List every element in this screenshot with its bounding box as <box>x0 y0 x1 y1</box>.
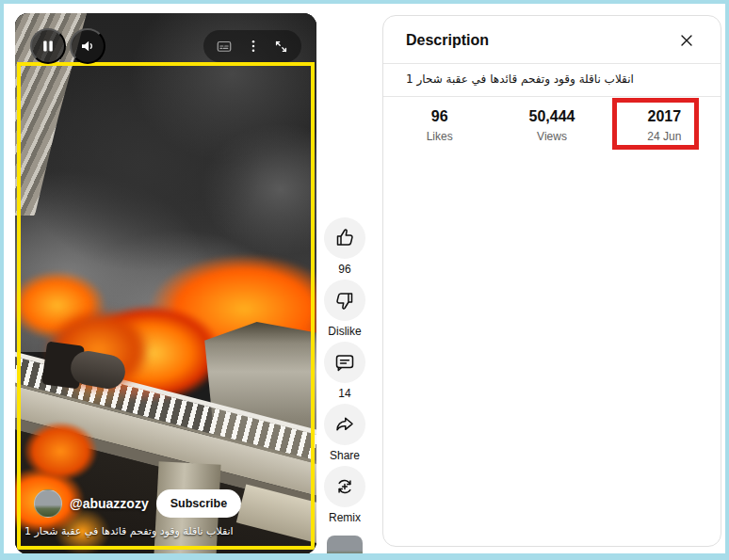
description-panel: Description انقلاب ناقلة وقود وتفحم قائد… <box>382 15 721 547</box>
like-group: 96 <box>324 217 365 280</box>
captions-button[interactable] <box>216 38 233 55</box>
captions-icon <box>216 38 233 55</box>
action-rail: 96 Dislike 14 <box>320 217 369 560</box>
likes-label: Likes <box>383 130 495 143</box>
views-value: 50,444 <box>495 108 608 125</box>
expand-arrows-icon <box>273 39 289 55</box>
thumbs-up-icon <box>333 227 356 249</box>
kebab-menu-icon <box>246 38 261 55</box>
remix-label: Remix <box>329 510 361 525</box>
comment-bubble-icon <box>333 351 356 374</box>
volume-button[interactable] <box>70 28 105 64</box>
share-button[interactable] <box>324 404 365 445</box>
player-options-pill <box>203 30 301 62</box>
video-title-overlay: انقلاب ناقلة وقود وتفحم قائدها في عقبة ش… <box>24 525 234 537</box>
share-arrow-icon <box>333 413 356 436</box>
thumbs-down-icon <box>333 289 356 312</box>
burning-tanker-truck <box>39 327 133 394</box>
share-group: Share <box>324 404 365 466</box>
upload-year-value: 2017 <box>608 108 721 125</box>
pause-button[interactable] <box>30 28 66 64</box>
close-button[interactable] <box>675 29 698 52</box>
pause-icon <box>40 39 56 54</box>
channel-row: @abuazzozy Subscribe <box>34 489 241 518</box>
description-title: Description <box>406 32 489 49</box>
likes-value: 96 <box>383 108 495 125</box>
expand-button[interactable] <box>273 39 289 55</box>
share-label: Share <box>330 448 360 463</box>
close-icon <box>677 31 696 50</box>
dislike-button[interactable] <box>324 280 365 321</box>
dislike-label: Dislike <box>328 324 361 339</box>
channel-avatar[interactable] <box>34 489 62 518</box>
video-description-text: انقلاب ناقلة وقود وتفحم قائدها في عقبة ش… <box>383 64 721 97</box>
player-controls <box>15 13 316 79</box>
more-options-button[interactable] <box>246 38 261 55</box>
comments-button[interactable] <box>324 342 365 383</box>
comments-group: 14 <box>324 342 365 404</box>
subscribe-button[interactable]: Subscribe <box>156 489 241 518</box>
next-video-thumbnail[interactable] <box>327 536 363 560</box>
like-count: 96 <box>338 262 350 277</box>
stat-likes: 96 Likes <box>383 108 495 143</box>
browser-screenshot-frame: @abuazzozy Subscribe انقلاب ناقلة وقود و… <box>0 0 729 560</box>
stat-upload-date: 2017 24 Jun <box>608 108 721 143</box>
comments-count: 14 <box>338 386 350 401</box>
remix-button[interactable] <box>324 466 365 507</box>
channel-handle[interactable]: @abuazzozy <box>70 496 149 511</box>
views-label: Views <box>495 130 608 143</box>
description-header: Description <box>383 16 721 64</box>
video-stats-row: 96 Likes 50,444 Views 2017 24 Jun <box>383 97 721 143</box>
shorts-video-player[interactable]: @abuazzozy Subscribe انقلاب ناقلة وقود و… <box>15 13 316 554</box>
dislike-group: Dislike <box>324 280 365 342</box>
stat-views: 50,444 Views <box>495 108 608 143</box>
remix-group: Remix <box>324 466 365 528</box>
video-frame <box>15 13 316 554</box>
like-button[interactable] <box>324 217 365 259</box>
remix-icon <box>333 475 356 498</box>
speaker-icon <box>79 38 96 55</box>
upload-date-label: 24 Jun <box>608 130 721 143</box>
